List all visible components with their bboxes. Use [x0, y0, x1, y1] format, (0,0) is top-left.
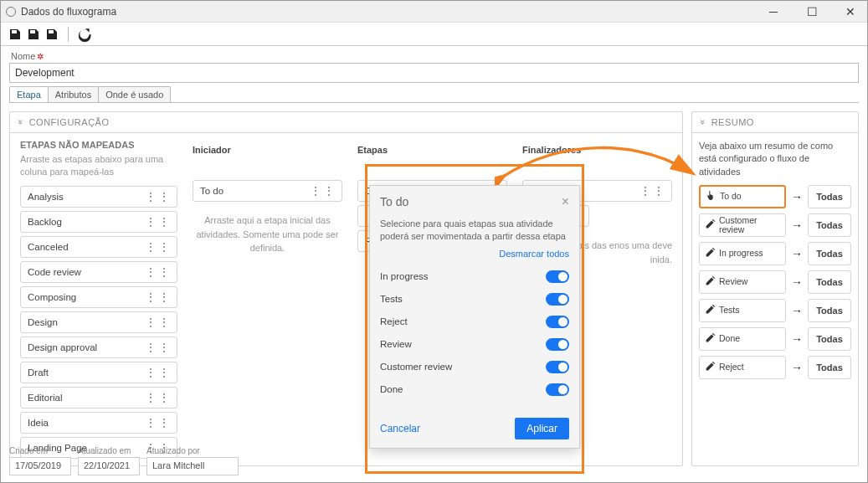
app-icon [6, 7, 16, 17]
stage-item[interactable]: Composing [20, 286, 177, 308]
flow-stage-todo[interactable]: To do [699, 185, 786, 208]
window-close-button[interactable]: ✕ [839, 1, 862, 22]
arrow-right-icon: → [791, 332, 803, 346]
footer-created-label: Criado em [9, 446, 71, 455]
flow-stage-label: Tests [719, 306, 740, 316]
tab-etapa[interactable]: Etapa [9, 86, 49, 102]
stage-item[interactable]: To do [193, 180, 342, 202]
stage-label: Canceled [28, 242, 69, 252]
flow-stage[interactable]: Tests [699, 299, 786, 322]
flow-stage-label: To do [720, 192, 742, 202]
flow-stage[interactable]: In progress [699, 242, 786, 265]
flow-stage[interactable]: Review [699, 270, 786, 294]
popup-desc: Selecione para quais etapas sua atividad… [380, 218, 569, 244]
tabs: Etapa Atributos Onde é usado [1, 85, 867, 102]
grip-icon [639, 184, 666, 198]
flow-target[interactable]: Todas [808, 185, 851, 208]
grip-icon [145, 391, 172, 404]
pencil-icon [705, 218, 716, 232]
switch-row: Customer review [380, 356, 569, 378]
stage-label: Editorial [28, 393, 63, 403]
resumo-body: Veja abaixo um resumo de como está confi… [692, 133, 858, 386]
grip-icon [145, 215, 172, 229]
unmark-all-link[interactable]: Desmarcar todos [380, 249, 569, 259]
toggle-switch[interactable] [546, 293, 569, 306]
flow-target[interactable]: Todas [808, 327, 851, 351]
stage-item[interactable]: Design [20, 311, 177, 333]
stage-label: Code review [28, 267, 81, 277]
refresh-button[interactable] [77, 27, 92, 42]
footer-updatedby: Atualizado por Lara Mitchell [146, 446, 239, 475]
stage-label: Design approval [28, 342, 97, 352]
grip-icon [145, 290, 172, 304]
stage-transitions-popup: To do × Selecione para quais etapas sua … [369, 185, 580, 449]
popup-title: To do [380, 195, 408, 208]
toolbar-separator [68, 27, 69, 42]
flow-item: Review → Todas [699, 270, 851, 294]
stage-label: To do [200, 186, 223, 196]
grip-icon [145, 416, 172, 429]
stage-item[interactable]: Ideia [20, 412, 177, 434]
flow-item: In progress → Todas [699, 242, 851, 265]
resumo-title: RESUMO [711, 117, 754, 127]
arrow-right-icon: → [791, 190, 803, 203]
flow-stage[interactable]: Done [699, 327, 786, 351]
pencil-icon [705, 247, 716, 260]
stage-label: Analysis [28, 192, 64, 202]
flow-stage-label: Customer review [719, 216, 782, 235]
flow-item: Done → Todas [699, 327, 851, 351]
col-finalizadores-title: Finalizadores [522, 145, 672, 155]
stage-item[interactable]: Code review [20, 261, 177, 283]
flow-target[interactable]: Todas [808, 356, 851, 379]
arrow-right-icon: → [791, 361, 803, 374]
switch-row: Reject [380, 311, 569, 333]
chevron-down-icon: » [16, 120, 26, 126]
window-maximize-button[interactable]: ☐ [800, 1, 824, 22]
tab-atributos[interactable]: Atributos [48, 86, 99, 102]
footer-updatedby-label: Atualizado por [146, 446, 239, 455]
stage-label: Backlog [28, 217, 62, 227]
toggle-switch[interactable] [546, 338, 569, 351]
footer-updatedby-value: Lara Mitchell [146, 457, 239, 475]
col-etapas-title: Etapas [357, 145, 507, 155]
toggle-switch[interactable] [546, 361, 569, 373]
window-titlebar: Dados do fluxograma ─ ☐ ✕ [1, 1, 867, 23]
stage-item[interactable]: Design approval [20, 337, 177, 358]
stage-item[interactable]: Draft [20, 362, 177, 383]
flow-target[interactable]: Todas [808, 242, 851, 265]
window-minimize-button[interactable]: ─ [762, 1, 785, 22]
stage-item[interactable]: Analysis [20, 186, 177, 208]
toggle-switch[interactable] [546, 270, 569, 283]
iniciador-hint: Arraste aqui a etapa inicial das ativida… [193, 213, 342, 255]
tab-onde-e-usado[interactable]: Onde é usado [98, 86, 171, 102]
apply-button[interactable]: Aplicar [515, 418, 569, 439]
popup-header: To do × [370, 186, 579, 218]
stage-item[interactable]: Backlog [20, 211, 177, 233]
cancel-button[interactable]: Cancelar [380, 423, 420, 434]
save-new-button[interactable] [44, 27, 59, 42]
save-exit-button[interactable] [8, 27, 23, 42]
save-button[interactable] [26, 27, 41, 42]
config-panel: » CONFIGURAÇÃO ETAPAS NÃO MAPEADAS Arras… [9, 111, 683, 466]
unmapped-hint: Arraste as etapas abaixo para uma coluna… [20, 153, 177, 179]
flow-target[interactable]: Todas [808, 213, 851, 237]
flow-stage[interactable]: Reject [699, 356, 786, 379]
close-icon[interactable]: × [562, 194, 569, 209]
switch-row: In progress [380, 265, 569, 288]
switch-label: Done [380, 384, 403, 394]
toolbar [1, 23, 867, 46]
flow-stage-label: Reject [719, 362, 744, 373]
name-input[interactable] [9, 63, 859, 83]
flow-stage[interactable]: Customer review [699, 213, 786, 237]
config-body: ETAPAS NÃO MAPEADAS Arraste as etapas ab… [10, 133, 682, 465]
stage-item[interactable]: Editorial [20, 387, 177, 408]
flow-item: To do → Todas [699, 185, 851, 208]
grip-icon [310, 184, 336, 198]
toggle-switch[interactable] [546, 316, 569, 328]
flow-target[interactable]: Todas [808, 299, 851, 322]
grip-icon [145, 316, 172, 329]
stage-item[interactable]: Canceled [20, 236, 177, 258]
switch-label: Review [380, 339, 412, 349]
toggle-switch[interactable] [546, 383, 569, 396]
flow-target[interactable]: Todas [808, 270, 851, 294]
